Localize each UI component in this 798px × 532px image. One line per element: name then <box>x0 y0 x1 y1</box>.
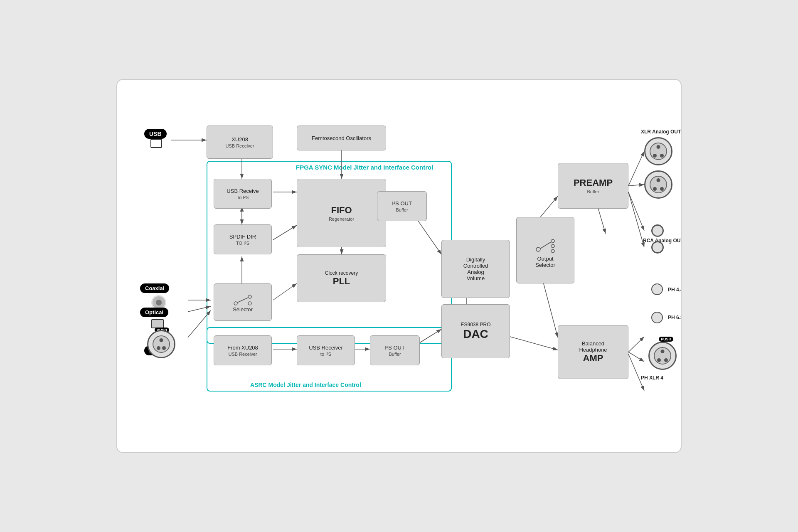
selector-switch-icon <box>232 292 253 306</box>
ph44-label: PH 4.4 <box>668 287 682 293</box>
svg-point-30 <box>248 302 251 305</box>
optical-connector <box>151 319 164 328</box>
svg-line-43 <box>628 354 644 391</box>
preamp-block: PREAMP Buffer <box>558 163 628 209</box>
rca-out-connector-2 <box>651 241 664 254</box>
output-selector-icon <box>534 233 557 256</box>
ph635-label: PH 6.35 <box>668 315 682 320</box>
xlr-out-connector-1 <box>644 137 672 165</box>
svg-point-32 <box>536 247 540 251</box>
usb-receiver-i2s-block: USB Receiver to I²S <box>297 335 355 365</box>
dcav-block: Digitally Controlled Analog Volume <box>441 240 510 298</box>
aes-xlr-connector <box>147 330 175 358</box>
svg-line-36 <box>540 242 551 249</box>
output-selector-block: Output Selector <box>516 217 574 283</box>
dac-block: ES9038 PRO DAC <box>441 304 510 358</box>
xu208-block: XU208 USB Receiver <box>207 126 273 159</box>
diagram-container: FPGA SYNC Model Jitter and Interface Con… <box>116 79 682 453</box>
spdif-dir-block: SPDIF DIR TO I²S <box>214 224 272 254</box>
selector-block: Selector <box>214 283 272 321</box>
asrc-label: ASRC Model Jitter and Interface Control <box>250 382 361 388</box>
svg-point-33 <box>551 239 554 243</box>
femtosecond-block: Femtosecond Oscillators <box>297 126 386 150</box>
bal-hp-amp-block: Balanced Headphone AMP <box>558 325 628 379</box>
svg-line-42 <box>628 352 644 362</box>
svg-point-28 <box>234 302 237 305</box>
ph635-connector <box>651 312 663 323</box>
i2s-out-bot-block: I²S OUT Buffer <box>370 335 420 365</box>
usb-icon <box>150 139 162 148</box>
svg-line-31 <box>237 298 248 303</box>
svg-point-34 <box>551 244 554 248</box>
optical-label: Optical <box>140 308 168 317</box>
ph-xlr4-push-badge: PUSH <box>659 337 673 342</box>
xlr-out-connector-2 <box>644 170 672 199</box>
ph-xlr4-connector <box>648 342 677 370</box>
fpga-sync-label: FPGA SYNC Model Jitter and Interface Con… <box>296 164 433 171</box>
svg-line-40 <box>628 192 644 247</box>
coaxial-label: Coaxial <box>140 283 169 293</box>
svg-line-37 <box>628 151 644 186</box>
i2s-out-top-block: I²S OUT Buffer <box>377 191 427 221</box>
rca-out-connector-1 <box>651 224 664 237</box>
svg-line-39 <box>628 192 644 231</box>
usb-label: USB <box>144 129 167 139</box>
fifo-block: FIFO Regenerator <box>297 179 386 247</box>
ph-xlr4-label: PH XLR 4 <box>641 375 663 381</box>
svg-point-35 <box>551 249 554 253</box>
usb-receive-block: USB Receive To I²S <box>214 179 272 209</box>
svg-line-41 <box>628 337 644 352</box>
svg-point-29 <box>248 295 251 298</box>
rca-out-label: RCA Analog OUT <box>643 238 682 244</box>
xlr-out-label: XLR Analog OUT <box>641 129 681 135</box>
pll-block: Clock recovery PLL <box>297 254 386 302</box>
from-xu208-block: From XU208 USB Receiver <box>214 335 272 365</box>
svg-line-38 <box>628 185 644 186</box>
ph44-connector <box>651 283 663 295</box>
